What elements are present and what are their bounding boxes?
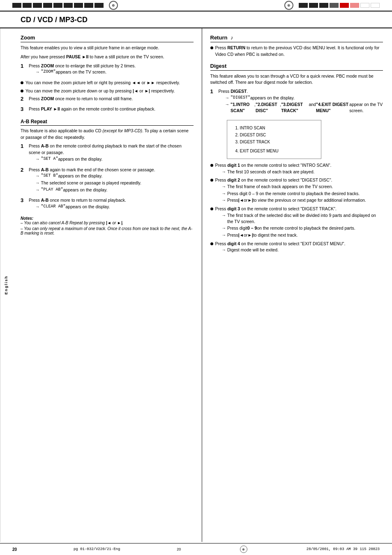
sidebar-label: English: [4, 276, 8, 295]
digest-bullet3-content: Press digit 3 on the remote control to s…: [215, 206, 383, 239]
digest-bullet3-arrow3: → Press |◄ or ►| to digest the next trac…: [222, 232, 383, 238]
ab-repeat-title: A-B Repeat: [21, 119, 194, 126]
digest-bullet4: Press digit 4 on the remote control to s…: [210, 241, 383, 254]
compass-icon: ⊕: [109, 1, 118, 10]
return-bullet1: Press RETURN to return to the previous V…: [210, 45, 383, 58]
digest-bullet2-arrow3: → Press |◄ or ►| to view the previous or…: [222, 197, 366, 203]
bullet-dot: [210, 207, 213, 210]
zoom-step3-content: Press PLAY ►II again on the remote contr…: [29, 106, 155, 113]
bar-block: [53, 3, 62, 8]
return-title-text: Return: [210, 35, 228, 41]
bar-block: [330, 3, 339, 8]
digest-step1-arrow1: → "DIGEST" appears on the display.: [225, 95, 383, 101]
digest-bullet2: Press digit 2 on the remote control to s…: [210, 177, 383, 204]
bar-block: [33, 3, 42, 8]
bar-block: [43, 3, 52, 8]
bar-block: [360, 3, 369, 8]
ab-step2-arrow2: → The selected scene or passage is playe…: [35, 180, 155, 186]
ab-step3-content: Press A-B once more to return to normal …: [29, 197, 126, 210]
digest-bullet3-arrow2: → Press digit 0 – 9 on the remote contro…: [222, 225, 383, 231]
ab-step-num-1: 1: [21, 143, 26, 150]
bar-block: [319, 3, 328, 8]
page-number: 20: [12, 547, 17, 552]
notes-title: Notes:: [21, 216, 194, 221]
bottom-compass-icon: ⊕: [240, 546, 247, 553]
bottom-bar: 20 pg 01-032/V220/21-Eng 20 ⊕ 28/05/2001…: [0, 543, 392, 555]
digest-menu-item2: 2. DIGEST DISC: [235, 131, 313, 138]
bar-block: [299, 3, 308, 8]
digest-bullet2-arrow2: → Press digit 0 – 9 on the remote contro…: [222, 191, 366, 197]
zoom-step1-arrow1: → "ZOOM" appears on the TV screen.: [35, 69, 136, 75]
content-wrapper: English Zoom This feature enables you to…: [0, 28, 392, 542]
digest-step-num-1: 1: [210, 88, 216, 95]
ab-step1-content: Press A-B on the remote control during p…: [29, 143, 194, 163]
zoom-step3: 3 Press PLAY ►II again on the remote con…: [21, 106, 194, 115]
ab-step2-content: Press A-B again to mark the end of the c…: [29, 167, 155, 194]
bar-block: [350, 3, 359, 8]
digest-bullet4-content: Press digit 4 on the remote control to s…: [215, 241, 346, 254]
digest-step1-content: Press DIGEST. → "DIGEST" appears on the …: [219, 88, 383, 115]
sidebar: English: [0, 28, 12, 542]
digest-bullet2-arrow1: → The first frame of each track appears …: [222, 184, 366, 190]
bar-block: [95, 3, 104, 8]
bullet-dot: [210, 46, 213, 49]
digest-step1: 1 Press DIGEST. → "DIGEST" appears on th…: [210, 88, 383, 117]
right-column: Return ♪ Press RETURN to return to the p…: [202, 28, 392, 542]
top-bar: ⊕ ⊕: [0, 0, 392, 12]
digest-bullet1-content: Press digit 1 on the remote control to s…: [215, 162, 332, 175]
digest-bullet3-arrow1: → The first track of the selected disc w…: [222, 212, 383, 224]
bell-icon: ♪: [231, 35, 233, 41]
bullet-dot: [21, 81, 23, 84]
bottom-right-code: 28/05/2001, 09:03 AM 39 115 20823: [307, 547, 380, 551]
zoom-bullet2-text: You can move the zoom picture down or up…: [25, 88, 175, 94]
ab-step1-arrow1: → "SET A" appears on the display.: [35, 156, 194, 162]
step-num-2: 2: [21, 96, 26, 103]
bullet-dot: [210, 179, 213, 182]
bullet-dot: [210, 164, 213, 167]
note1-text: – You can also cancel A-B Repeat by pres…: [21, 221, 124, 225]
digest-menu-item3: 3. DIGEST TRACK: [235, 138, 313, 145]
bar-block: [74, 3, 83, 8]
digest-menu-box: 1. INTRO SCAN 2. DIGEST DISC 3. DIGEST T…: [227, 120, 321, 159]
digest-bullet1-arrow1: → The first 10 seconds of each track are…: [222, 169, 332, 175]
digest-step1-arrow2: → "1.INTRO SCAN", "2.DIGEST DISC", "3.DI…: [225, 101, 383, 113]
top-bar-left-blocks: ⊕: [12, 1, 122, 10]
ab-step2-arrow3: → "PLAY AB" appears on the display.: [35, 187, 155, 193]
digest-bullet2-content: Press digit 2 on the remote control to s…: [215, 177, 366, 204]
ab-step1: 1 Press A-B on the remote control during…: [21, 143, 194, 165]
bar-block: [12, 3, 21, 8]
digest-bullet1: Press digit 1 on the remote control to s…: [210, 162, 383, 175]
zoom-step1: 1 Press ZOOM once to enlarge the still p…: [21, 63, 194, 78]
zoom-bullet2: You can move the zoom picture down or up…: [21, 88, 194, 94]
bar-block: [309, 3, 318, 8]
notes-section: Notes: – You can also cancel A-B Repeat …: [21, 216, 194, 235]
ab-repeat-intro: This feature is also applicable to audio…: [21, 128, 194, 141]
digest-section-title: Digest: [210, 63, 383, 71]
page-title: CD / VCD / MP3-CD: [21, 16, 88, 24]
digest-menu-item4: 4. EXIT DIGEST MENU: [235, 147, 313, 154]
ab-step3-arrow1: → "CLEAR AB" appears on the display.: [35, 204, 126, 210]
ab-step2-arrow1: → "SET B" appears on the display.: [35, 173, 155, 179]
top-bar-right-blocks: ⊕: [280, 1, 380, 10]
ab-step2: 2 Press A-B again to mark the end of the…: [21, 167, 194, 196]
return-section-title: Return ♪: [210, 35, 383, 42]
ab-step-num-3: 3: [21, 197, 26, 204]
step-num-3: 3: [21, 106, 26, 113]
note1: – You can also cancel A-B Repeat by pres…: [21, 221, 194, 225]
compass-icon-right: ⊕: [284, 1, 293, 10]
zoom-section-title: Zoom: [21, 35, 194, 42]
zoom-pause-note: After you have pressed PAUSE ►II to have…: [21, 54, 194, 60]
zoom-step1-content: Press ZOOM once to enlarge the still pic…: [29, 63, 136, 76]
bar-block: [340, 3, 349, 8]
zoom-bullet1: You can move the zoom picture left or ri…: [21, 80, 194, 86]
zoom-bullet1-text: You can move the zoom picture left or ri…: [25, 80, 180, 86]
bar-block: [64, 3, 73, 8]
bar-block: [84, 3, 93, 8]
ab-step3: 3 Press A-B once more to return to norma…: [21, 197, 194, 212]
note2-text: – You can only repeat a maximum of one t…: [21, 226, 194, 235]
zoom-step2-content: Press ZOOM once more to return to normal…: [29, 96, 133, 102]
note2: – You can only repeat a maximum of one t…: [21, 226, 194, 235]
zoom-step2: 2 Press ZOOM once more to return to norm…: [21, 96, 194, 104]
bar-block: [23, 3, 32, 8]
digest-bullet4-arrow1: → Digest mode will be exited.: [222, 247, 346, 253]
